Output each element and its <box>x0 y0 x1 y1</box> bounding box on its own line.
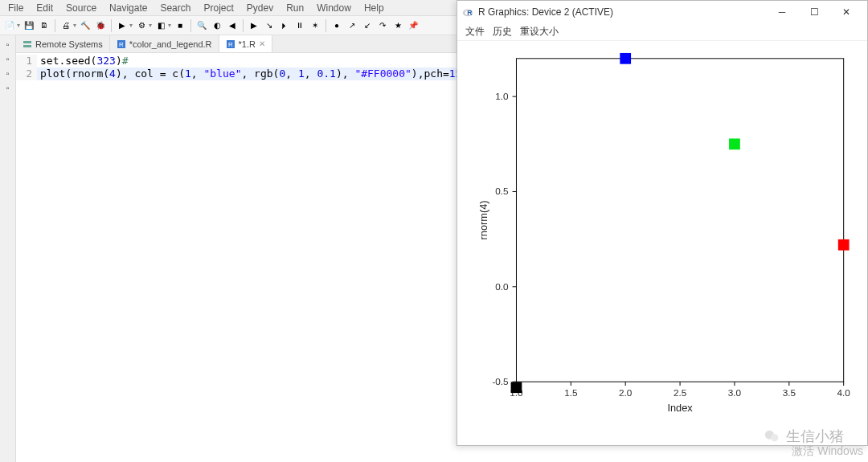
in-icon[interactable]: ↙ <box>361 19 374 32</box>
wechat-watermark: 生信小猪 <box>764 427 844 446</box>
tab-label: *1.R <box>239 39 256 49</box>
build-icon[interactable]: 🔨 <box>79 19 92 32</box>
svg-text:3.0: 3.0 <box>728 387 742 398</box>
svg-text:1.0: 1.0 <box>495 91 509 101</box>
var-icon[interactable]: ✶ <box>309 19 321 32</box>
activate-windows-watermark: 激活 Windows <box>792 444 863 459</box>
bp-icon[interactable]: ● <box>330 19 343 32</box>
svg-text:4.0: 4.0 <box>837 387 851 398</box>
menu-help[interactable]: Help <box>359 1 389 15</box>
print-icon[interactable]: 🖨 <box>59 19 72 32</box>
coverage-icon[interactable]: ◧ <box>154 19 167 32</box>
out-icon[interactable]: ↗ <box>346 19 358 32</box>
r-menu-item[interactable]: 重设大小 <box>520 25 559 39</box>
new-icon[interactable]: 📄 <box>3 19 16 32</box>
save-all-icon[interactable]: 🗎 <box>38 19 51 32</box>
tab-label: Remote Systems <box>35 39 103 49</box>
r-graphics-window: R R Graphics: Device 2 (ACTIVE) ─ ☐ ✕ 文件… <box>457 0 868 446</box>
svg-text:2.0: 2.0 <box>619 387 633 398</box>
plot-area: 1.01.52.02.53.03.54.0-0.50.00.51.0Indexr… <box>457 41 867 445</box>
svg-text:-0.5: -0.5 <box>492 376 509 386</box>
nav-back-icon[interactable]: ◀ <box>226 19 239 32</box>
tab-1r[interactable]: R*1.R✕ <box>219 35 272 52</box>
toggle-icon[interactable]: ◐ <box>211 19 223 32</box>
close-button[interactable]: ✕ <box>830 2 862 22</box>
r-file-icon: R <box>117 39 126 49</box>
svg-text:0.0: 0.0 <box>495 281 509 292</box>
menu-run[interactable]: Run <box>281 1 309 15</box>
svg-text:R: R <box>228 41 233 48</box>
r-menu-item[interactable]: 文件 <box>465 25 485 39</box>
ext-icon[interactable]: ⚙ <box>135 19 148 32</box>
svg-text:2.5: 2.5 <box>674 387 687 398</box>
r-window-title: R Graphics: Device 2 (ACTIVE) <box>478 6 613 18</box>
data-point <box>620 53 631 64</box>
svg-text:R: R <box>119 41 124 48</box>
svg-point-35 <box>771 434 778 441</box>
outline-view-icon[interactable]: ▫ <box>2 39 14 50</box>
menu-pydev[interactable]: Pydev <box>242 1 278 15</box>
tasks-view-icon[interactable]: ▫ <box>2 82 14 93</box>
data-point <box>729 138 740 149</box>
r-titlebar: R R Graphics: Device 2 (ACTIVE) ─ ☐ ✕ <box>457 1 867 23</box>
problems-view-icon[interactable]: ▫ <box>2 53 14 64</box>
debug-icon[interactable]: 🐞 <box>94 19 107 32</box>
r-menu-item[interactable]: 历史 <box>493 25 512 39</box>
line-number: 1 <box>16 55 37 67</box>
svg-text:3.5: 3.5 <box>783 387 796 398</box>
mark-icon[interactable]: ★ <box>391 19 404 32</box>
svg-text:0.5: 0.5 <box>495 186 509 196</box>
minimize-button[interactable]: ─ <box>766 2 798 22</box>
nav-fwd-icon[interactable]: ▶ <box>248 19 260 32</box>
data-point <box>511 382 522 393</box>
menu-project[interactable]: Project <box>199 1 238 15</box>
pin-icon[interactable]: 📌 <box>407 19 420 32</box>
r-menu-bar: 文件历史重设大小 <box>457 23 867 41</box>
stop-icon[interactable]: ■ <box>174 19 186 32</box>
menu-search[interactable]: Search <box>155 1 195 15</box>
pause-icon[interactable]: ⏸ <box>293 19 306 32</box>
svg-text:R: R <box>467 9 473 17</box>
svg-rect-1 <box>23 45 31 47</box>
svg-text:1.5: 1.5 <box>564 387 578 398</box>
scatter-plot: 1.01.52.02.53.03.54.0-0.50.00.51.0Indexr… <box>467 51 858 429</box>
svg-text:rnorm(4): rnorm(4) <box>477 201 489 240</box>
svg-rect-9 <box>516 59 843 382</box>
over-icon[interactable]: ↷ <box>376 19 389 32</box>
left-gutter: ▫▫▫▫ <box>0 35 16 462</box>
run-icon[interactable]: ▶ <box>116 19 129 32</box>
search-icon[interactable]: 🔍 <box>195 19 208 32</box>
r-file-icon: R <box>226 39 235 49</box>
resume-icon[interactable]: ⏵ <box>278 19 291 32</box>
console-view-icon[interactable]: ▫ <box>2 67 14 79</box>
tab-label: *color_and_legend.R <box>129 39 212 49</box>
maximize-button[interactable]: ☐ <box>798 2 830 22</box>
save-icon[interactable]: 💾 <box>23 19 35 32</box>
server-icon <box>23 39 32 49</box>
step-icon[interactable]: ↘ <box>263 19 276 32</box>
menu-file[interactable]: File <box>3 1 28 15</box>
line-content: set.seed(323)# <box>40 55 129 67</box>
r-app-icon: R <box>462 6 473 18</box>
svg-text:Index: Index <box>667 402 693 414</box>
menu-edit[interactable]: Edit <box>31 1 58 15</box>
tab-color_and_legendr[interactable]: R*color_and_legend.R <box>110 35 219 52</box>
menu-source[interactable]: Source <box>61 1 101 15</box>
svg-rect-0 <box>23 41 31 43</box>
menu-navigate[interactable]: Navigate <box>104 1 152 15</box>
menu-window[interactable]: Window <box>312 1 356 15</box>
tab-remote systems[interactable]: Remote Systems <box>16 35 110 52</box>
line-content: plot(rnorm(4), col = c(1, "blue", rgb(0,… <box>40 67 506 80</box>
tab-close-icon[interactable]: ✕ <box>259 39 265 48</box>
line-number: 2 <box>16 67 37 80</box>
data-point <box>838 239 850 251</box>
